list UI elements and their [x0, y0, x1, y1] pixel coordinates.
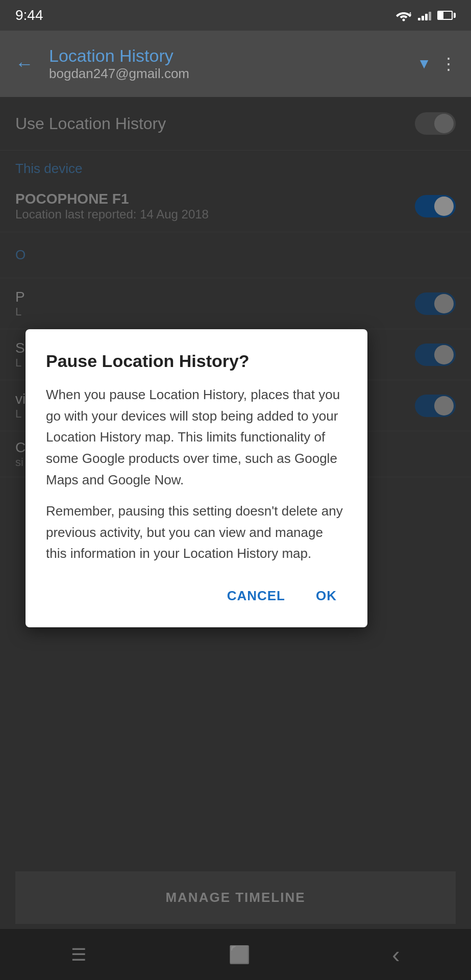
status-time: 9:44 [15, 7, 43, 23]
cancel-button[interactable]: CANCEL [217, 580, 295, 612]
account-dropdown-icon[interactable]: ▼ [417, 56, 431, 72]
app-bar-subtitle: bogdan247@gmail.com [49, 66, 407, 82]
wifi-icon: 4 [395, 9, 412, 21]
dialog-body: When you pause Location History, places … [46, 384, 347, 565]
back-button[interactable]: ← [10, 48, 39, 80]
pause-dialog: Pause Location History? When you pause L… [26, 329, 367, 627]
dialog-body-paragraph-1: When you pause Location History, places … [46, 384, 347, 491]
app-bar: ← Location History bogdan247@gmail.com ▼… [0, 31, 471, 97]
svg-text:4: 4 [409, 11, 411, 16]
ok-button[interactable]: OK [306, 580, 347, 612]
battery-icon [437, 11, 456, 20]
app-bar-title: Location History [49, 46, 407, 66]
app-bar-actions: ▼ ⋮ [417, 54, 461, 74]
background-content: Use Location History This device POCOPHO… [0, 97, 471, 980]
dialog-body-paragraph-2: Remember, pausing this setting doesn't d… [46, 501, 347, 565]
status-bar: 9:44 4 [0, 0, 471, 31]
signal-icon [418, 10, 431, 20]
svg-point-0 [403, 19, 405, 21]
app-bar-title-area: Location History bogdan247@gmail.com [49, 46, 407, 82]
dialog-title: Pause Location History? [46, 350, 347, 372]
more-options-icon[interactable]: ⋮ [436, 54, 461, 74]
status-icons: 4 [395, 9, 456, 21]
dialog-actions: CANCEL OK [46, 580, 347, 612]
